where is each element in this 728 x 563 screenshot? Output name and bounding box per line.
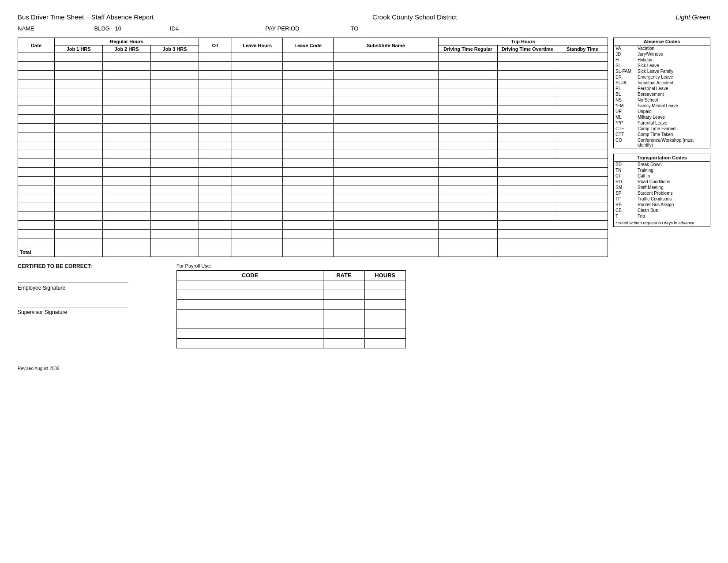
total-leave-hours bbox=[232, 247, 283, 257]
list-item: CBClean Bus bbox=[614, 208, 710, 213]
list-item: TNTraining bbox=[614, 167, 710, 173]
list-item: *PPParental Leave bbox=[614, 120, 710, 126]
payroll-row bbox=[177, 290, 406, 300]
absence-codes-box: Absence Codes VAVacationJDJury/WitnessHH… bbox=[613, 38, 710, 148]
list-item: TTrip bbox=[614, 213, 710, 219]
payroll-row bbox=[177, 280, 406, 290]
right-section: Absence Codes VAVacationJDJury/WitnessHH… bbox=[613, 38, 710, 371]
total-job3 bbox=[151, 247, 199, 257]
to-field[interactable] bbox=[362, 25, 441, 32]
list-item: RDRoad Conditions bbox=[614, 179, 710, 185]
job3-header: Job 3 HRS bbox=[151, 45, 199, 53]
pay-period-label: PAY PERIOD bbox=[265, 25, 299, 32]
transportation-codes-box: Transportation Codes BDBreak DownTNTrain… bbox=[613, 154, 710, 227]
regular-hours-header: Regular Hours bbox=[55, 38, 199, 45]
table-row bbox=[18, 194, 608, 203]
payroll-rate-header: RATE bbox=[323, 271, 364, 280]
group-header-row: Date Regular Hours OT Leave Hours Leave … bbox=[18, 38, 608, 45]
list-item: HHoliday bbox=[614, 57, 710, 63]
total-ot bbox=[199, 247, 232, 257]
payroll-row bbox=[177, 319, 406, 329]
payroll-row bbox=[177, 329, 406, 339]
ot-header: OT bbox=[199, 38, 232, 53]
payroll-label: For Payroll Use: bbox=[176, 263, 406, 268]
bldg-field[interactable]: 10 bbox=[113, 25, 166, 32]
name-field[interactable] bbox=[38, 25, 91, 32]
id-field[interactable] bbox=[182, 25, 262, 32]
main-table: Date Regular Hours OT Leave Hours Leave … bbox=[18, 38, 608, 257]
table-row bbox=[18, 221, 608, 230]
list-item: *FMFamily Medial Leave bbox=[614, 103, 710, 109]
payroll-code-header: CODE bbox=[177, 271, 323, 280]
list-item: BDBreak Down bbox=[614, 162, 710, 167]
table-row bbox=[18, 124, 608, 132]
driving-overtime-header: Driving Time Overtime bbox=[498, 45, 557, 53]
table-row bbox=[18, 203, 608, 212]
list-item: SMStaff Meeting bbox=[614, 185, 710, 190]
table-row bbox=[18, 132, 608, 141]
list-item: CTEComp Time Earned bbox=[614, 126, 710, 132]
list-item: COConference/Workshop (must identify) bbox=[614, 137, 710, 148]
color-label: Light Green bbox=[676, 13, 710, 21]
total-driving-ot bbox=[498, 247, 557, 257]
supervisor-sig-label: Supervisor Signature bbox=[18, 309, 159, 315]
list-item: RBRooter Bus Assign bbox=[614, 202, 710, 208]
table-row bbox=[18, 230, 608, 238]
list-item: SL-FAMSick Leave Family bbox=[614, 68, 710, 74]
list-item: BLBereavement bbox=[614, 91, 710, 97]
to-label: TO bbox=[351, 25, 359, 32]
payroll-row bbox=[177, 339, 406, 348]
sub-name-header: Substitute Name bbox=[334, 38, 439, 53]
total-sub bbox=[334, 247, 439, 257]
pay-period-field[interactable] bbox=[303, 25, 347, 32]
standby-header: Standby Time bbox=[557, 45, 608, 53]
absence-codes-title: Absence Codes bbox=[614, 38, 710, 45]
table-row bbox=[18, 150, 608, 159]
name-label: NAME bbox=[18, 25, 34, 32]
table-row bbox=[18, 177, 608, 185]
table-row bbox=[18, 106, 608, 115]
list-item: CTTComp Time Taken bbox=[614, 132, 710, 137]
list-item: PLPersonal Leave bbox=[614, 86, 710, 91]
table-row bbox=[18, 115, 608, 124]
district-name: Crook County School District bbox=[372, 13, 457, 21]
job1-header: Job 1 HRS bbox=[55, 45, 103, 53]
driving-regular-header: Driving Time Regular bbox=[438, 45, 498, 53]
trip-hours-header: Trip Hours bbox=[438, 38, 608, 45]
table-row bbox=[18, 62, 608, 71]
table-row bbox=[18, 97, 608, 106]
employee-sig-label: Employee Signature bbox=[18, 285, 159, 291]
supervisor-sig-line bbox=[18, 307, 128, 307]
payroll-table: CODE RATE HOURS bbox=[176, 270, 406, 348]
list-item: SL-IAIndustrial Accident bbox=[614, 80, 710, 86]
list-item: VAVacation bbox=[614, 45, 710, 51]
total-standby bbox=[557, 247, 608, 257]
list-item: SLSick Leave bbox=[614, 63, 710, 68]
bottom-section: CERTIFIED TO BE CORRECT: Employee Signat… bbox=[18, 263, 608, 348]
payroll-header-row: CODE RATE HOURS bbox=[177, 271, 406, 280]
list-item: EREmergency Leave bbox=[614, 74, 710, 80]
table-row bbox=[18, 79, 608, 88]
date-header: Date bbox=[18, 38, 55, 53]
table-row bbox=[18, 238, 608, 247]
list-item: NSNo School bbox=[614, 97, 710, 103]
certified-section: CERTIFIED TO BE CORRECT: Employee Signat… bbox=[18, 263, 159, 348]
list-item: UPUnpaid bbox=[614, 109, 710, 114]
leave-hours-header: Leave Hours bbox=[232, 38, 283, 53]
list-item: SPStudent Problems bbox=[614, 190, 710, 196]
payroll-hours-header: HOURS bbox=[364, 271, 405, 280]
list-item: JDJury/Witness bbox=[614, 51, 710, 57]
leave-code-header: Leave Code bbox=[283, 38, 334, 53]
job2-header: Job 2 HRS bbox=[103, 45, 151, 53]
table-row bbox=[18, 71, 608, 79]
page-header: Bus Driver Time Sheet – Staff Absence Re… bbox=[18, 13, 710, 21]
total-label: Total bbox=[18, 247, 55, 257]
payroll-row bbox=[177, 310, 406, 319]
table-row bbox=[18, 212, 608, 221]
table-row bbox=[18, 141, 608, 150]
id-label: ID# bbox=[170, 25, 179, 32]
transportation-note: * Need written request 30 days in advanc… bbox=[614, 219, 710, 227]
table-row bbox=[18, 88, 608, 97]
bldg-label: BLDG bbox=[94, 25, 110, 32]
name-row: NAME BLDG 10 ID# PAY PERIOD TO bbox=[18, 25, 710, 32]
